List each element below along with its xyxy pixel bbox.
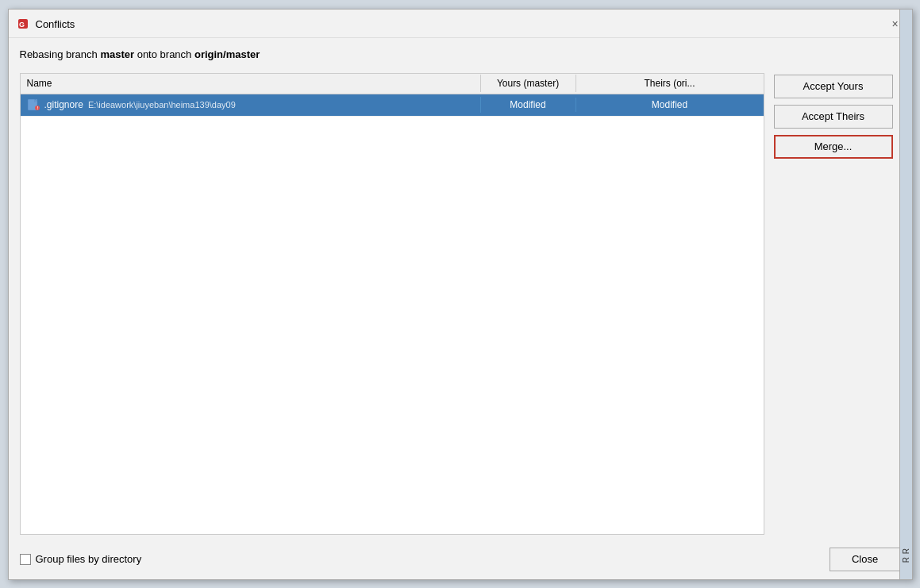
group-files-text: Group files by directory [36, 553, 142, 565]
svg-text:G: G [19, 21, 25, 29]
merge-button[interactable]: Merge... [774, 135, 893, 159]
dialog-body: Rebasing branch master onto branch origi… [9, 38, 912, 543]
col-theirs-header: Theirs (ori... [576, 75, 764, 92]
conflicts-table: Name Yours (master) Theirs (ori... [20, 73, 764, 535]
file-name: .gitignore [44, 99, 83, 110]
right-sidebar: R R [899, 10, 912, 579]
subtitle: Rebasing branch master onto branch origi… [20, 48, 901, 65]
branch1-label: master [100, 48, 134, 60]
sidebar-label-r1: R [902, 548, 910, 554]
group-files-label[interactable]: Group files by directory [20, 553, 142, 565]
table-header: Name Yours (master) Theirs (ori... [21, 74, 764, 94]
file-conflict-icon: ! [27, 98, 40, 111]
subtitle-middle: onto branch [134, 48, 194, 60]
row-theirs-status: Modified [576, 98, 764, 112]
accept-theirs-button[interactable]: Accept Theirs [774, 105, 893, 129]
buttons-panel: Accept Yours Accept Theirs Merge... [774, 73, 901, 535]
subtitle-prefix: Rebasing branch [20, 48, 101, 60]
group-files-checkbox[interactable] [20, 554, 31, 565]
table-row[interactable]: ! .gitignore E:\ideawork\jiuyeban\heima1… [21, 94, 764, 117]
close-dialog-button[interactable]: Close [830, 548, 901, 571]
sidebar-label-r2: R [902, 557, 910, 563]
dialog-title: Conflicts [36, 18, 75, 30]
conflicts-dialog: G Conflicts × Rebasing branch master ont… [8, 9, 913, 580]
col-yours-header: Yours (master) [481, 75, 576, 92]
row-yours-status: Modified [481, 98, 576, 112]
app-icon: G [17, 17, 29, 30]
title-bar: G Conflicts × [9, 10, 912, 38]
col-name-header: Name [21, 75, 481, 92]
row-filename: ! .gitignore E:\ideawork\jiuyeban\heima1… [21, 97, 481, 113]
table-body[interactable]: ! .gitignore E:\ideawork\jiuyeban\heima1… [21, 94, 764, 534]
file-path: E:\ideawork\jiuyeban\heima139\day09 [88, 100, 236, 110]
bottom-bar: Group files by directory Close [9, 543, 912, 579]
accept-yours-button[interactable]: Accept Yours [774, 75, 893, 98]
main-content: Name Yours (master) Theirs (ori... [20, 73, 901, 535]
branch2-label: origin/master [194, 48, 260, 60]
